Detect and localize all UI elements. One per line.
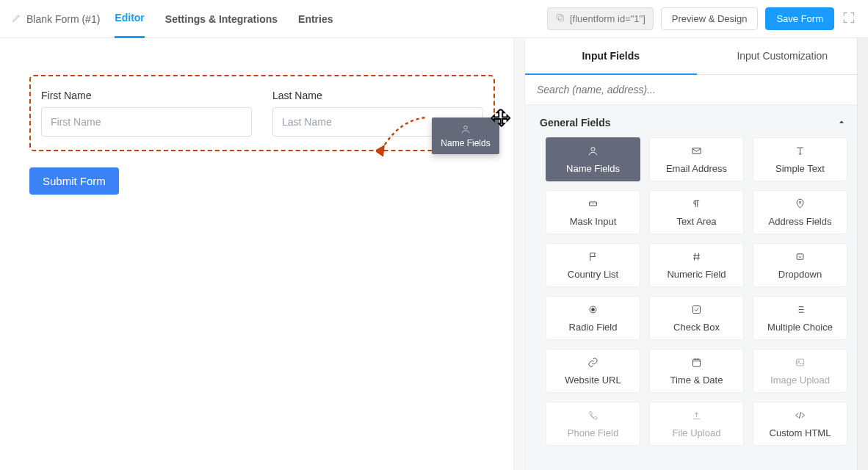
field-tile-phone[interactable]: Phone Field <box>546 402 640 446</box>
tile-label: Website URL <box>565 375 621 386</box>
tab-settings[interactable]: Settings & Integrations <box>165 0 278 38</box>
tile-label: Radio Field <box>569 322 618 333</box>
field-tile-file-upload[interactable]: File Upload <box>649 402 744 446</box>
check-icon <box>691 304 702 317</box>
dropdown-icon <box>795 251 806 264</box>
field-tile-numeric[interactable]: Numeric Field <box>649 243 744 287</box>
field-search-input[interactable] <box>525 75 868 104</box>
field-tile-datetime[interactable]: Time & Date <box>649 349 744 393</box>
chevron-up-icon <box>837 117 846 129</box>
shortcode-box[interactable]: [fluentform id="1"] <box>547 7 654 30</box>
field-tile-address[interactable]: Address Fields <box>753 190 847 234</box>
image-icon <box>795 357 806 370</box>
tile-label: Multiple Choice <box>767 322 833 333</box>
field-tile-textarea[interactable]: Text Area <box>649 190 744 234</box>
tile-label: Image Upload <box>770 375 830 386</box>
tab-editor[interactable]: Editor <box>115 0 144 38</box>
field-tile-custom-html[interactable]: Custom HTML <box>753 402 847 446</box>
calendar-icon <box>691 357 702 370</box>
panel-tabs: Input Fields Input Customization <box>525 38 868 75</box>
name-field-block[interactable]: First Name Last Name <box>29 75 495 151</box>
field-grid: Name Fields Email Address Simple Text Ma… <box>525 137 868 460</box>
tile-label: File Upload <box>673 427 721 438</box>
tile-label: Mask Input <box>570 216 617 227</box>
drag-ghost-label: Name Fields <box>441 138 490 148</box>
form-canvas[interactable]: First Name Last Name Submit Form <box>0 38 524 470</box>
field-tile-multiple-choice[interactable]: Multiple Choice <box>753 296 847 340</box>
tile-label: Custom HTML <box>770 427 831 438</box>
tile-label: Country List <box>568 269 618 280</box>
last-name-label: Last Name <box>272 90 483 101</box>
tab-entries[interactable]: Entries <box>298 0 333 38</box>
link-icon <box>587 357 598 370</box>
text-icon <box>795 145 806 159</box>
radio-icon <box>587 304 598 317</box>
field-tile-checkbox[interactable]: Check Box <box>649 296 744 340</box>
field-search-row <box>525 75 868 105</box>
phone-icon <box>587 410 598 423</box>
person-icon <box>587 145 598 159</box>
svg-rect-10 <box>693 306 701 313</box>
upload-icon <box>691 410 702 423</box>
svg-point-9 <box>592 308 595 311</box>
person-icon <box>460 124 471 137</box>
field-tile-url[interactable]: Website URL <box>546 349 640 393</box>
tile-label: Numeric Field <box>667 269 726 280</box>
paragraph-icon <box>691 198 702 212</box>
fullscreen-icon[interactable] <box>842 10 856 27</box>
code-icon <box>795 410 806 423</box>
hash-icon <box>691 251 702 264</box>
top-actions: [fluentform id="1"] Preview & Design Sav… <box>547 7 856 30</box>
side-panel: Input Fields Input Customization General… <box>524 38 868 470</box>
preview-button[interactable]: Preview & Design <box>661 7 759 30</box>
field-tile-dropdown[interactable]: Dropdown <box>753 243 847 287</box>
field-tile-simple-text[interactable]: Simple Text <box>753 137 847 181</box>
panel-tab-customization[interactable]: Input Customization <box>697 38 869 75</box>
tile-label: Name Fields <box>566 163 620 174</box>
panel-scrollbar[interactable] <box>857 38 868 470</box>
submit-button[interactable]: Submit Form <box>29 167 119 195</box>
pencil-icon <box>12 12 22 25</box>
tile-label: Address Fields <box>769 216 832 227</box>
tile-label: Time & Date <box>670 375 723 386</box>
svg-rect-0 <box>559 16 564 21</box>
tile-label: Email Address <box>666 163 727 174</box>
nav-tabs: Editor Settings & Integrations Entries <box>115 0 333 38</box>
svg-rect-1 <box>557 14 562 19</box>
drag-ghost-name-fields: Name Fields <box>432 118 499 154</box>
field-tile-name[interactable]: Name Fields <box>546 137 640 181</box>
mail-icon <box>691 145 702 159</box>
form-title-text: Blank Form (#1) <box>26 13 100 25</box>
field-tile-mask[interactable]: Mask Input <box>546 190 640 234</box>
first-name-input[interactable] <box>41 107 252 137</box>
move-cursor-icon <box>491 108 513 130</box>
top-bar: Blank Form (#1) Editor Settings & Integr… <box>0 0 868 38</box>
pin-icon <box>795 198 806 212</box>
svg-point-3 <box>591 147 595 151</box>
section-general-fields[interactable]: General Fields <box>525 105 868 137</box>
canvas-scrollbar[interactable] <box>513 38 524 470</box>
svg-rect-7 <box>797 253 803 259</box>
first-name-label: First Name <box>41 90 252 101</box>
main: First Name Last Name Submit Form <box>0 38 868 470</box>
svg-point-6 <box>799 201 801 203</box>
svg-point-2 <box>464 126 468 129</box>
tile-label: Simple Text <box>775 163 825 174</box>
tile-label: Text Area <box>676 216 716 227</box>
shortcode-text: [fluentform id="1"] <box>570 13 645 24</box>
field-tile-image-upload[interactable]: Image Upload <box>753 349 847 393</box>
svg-rect-5 <box>590 202 597 206</box>
save-button[interactable]: Save Form <box>765 7 834 30</box>
form-title[interactable]: Blank Form (#1) <box>12 12 100 25</box>
tile-label: Check Box <box>673 322 720 333</box>
field-tile-radio[interactable]: Radio Field <box>546 296 640 340</box>
field-tile-country[interactable]: Country List <box>546 243 640 287</box>
copy-icon <box>555 12 565 25</box>
list-icon <box>795 304 806 317</box>
tile-label: Dropdown <box>778 269 822 280</box>
flag-icon <box>587 251 598 264</box>
svg-rect-11 <box>693 359 701 366</box>
panel-tab-input-fields[interactable]: Input Fields <box>525 38 697 75</box>
section-title: General Fields <box>540 117 610 129</box>
field-tile-email[interactable]: Email Address <box>649 137 744 181</box>
